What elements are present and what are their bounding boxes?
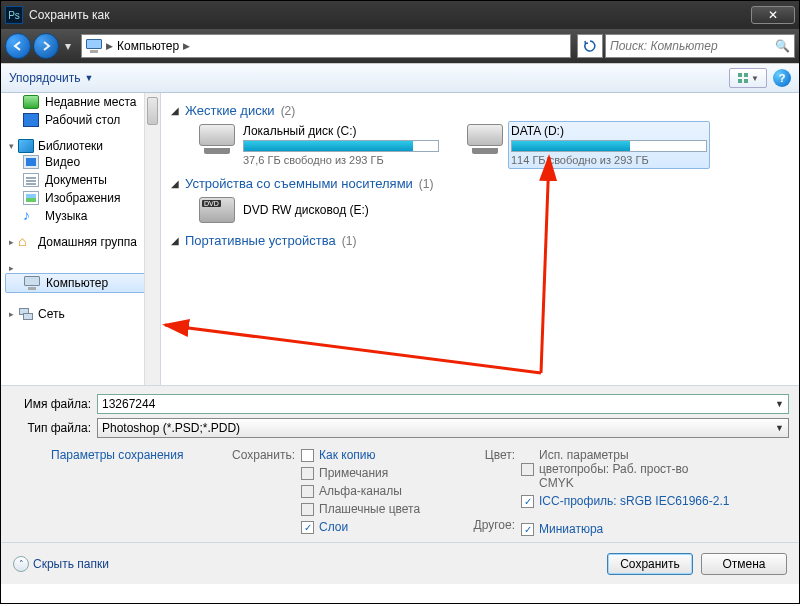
computer-icon	[24, 276, 40, 290]
close-button[interactable]: ✕	[751, 6, 795, 24]
sidebar-label: Музыка	[45, 209, 87, 223]
network-icon	[18, 307, 34, 321]
view-options-button[interactable]: ▼	[729, 68, 767, 88]
sidebar-item-recent[interactable]: Недавние места	[1, 93, 160, 111]
arrow-right-icon	[40, 40, 52, 52]
sidebar-item-computer[interactable]: Компьютер	[5, 273, 156, 293]
drive-free-text: 114 ГБ свободно из 293 ГБ	[511, 154, 707, 166]
dvd-drive-icon	[199, 197, 235, 223]
toolbar: Упорядочить ▼ ▼ ?	[1, 63, 799, 93]
checkbox-spot-colors[interactable]: Плашечные цвета	[301, 502, 461, 516]
filetype-value: Photoshop (*.PSD;*.PDD)	[102, 421, 240, 435]
save-as-dialog: Ps Сохранить как ✕ ▾ ▶ Компьютер ▶ 🔍 Упо…	[0, 0, 800, 604]
checkbox-cmyk-proof[interactable]: Исп. параметры цветопробы: Раб. прост-во…	[521, 448, 789, 490]
cancel-button[interactable]: Отмена	[701, 553, 787, 575]
checkbox-thumbnail[interactable]: ✓Миниатюра	[521, 522, 789, 536]
chevron-up-icon: ˄	[13, 556, 29, 572]
svg-rect-2	[738, 79, 742, 83]
sidebar-label: Видео	[45, 155, 80, 169]
sidebar-scrollbar[interactable]	[144, 93, 160, 385]
nav-tree: Недавние места Рабочий стол ▾ Библиотеки…	[1, 93, 161, 385]
expand-icon: ▸	[9, 237, 14, 247]
body: Недавние места Рабочий стол ▾ Библиотеки…	[1, 93, 799, 385]
checkbox-notes[interactable]: Примечания	[301, 466, 461, 480]
save-group-label: Сохранить:	[211, 448, 295, 462]
group-header-hdd[interactable]: ◢ Жесткие диски (2)	[171, 103, 789, 118]
group-header-removable[interactable]: ◢ Устройства со съемными носителями (1)	[171, 176, 789, 191]
drive-name: DVD RW дисковод (E:)	[243, 203, 369, 217]
chevron-down-icon: ▼	[84, 73, 93, 83]
expand-icon: ▸	[9, 263, 14, 273]
recent-places-icon	[23, 95, 39, 109]
drive-usage-bar	[243, 140, 439, 152]
sidebar-group-computer: ▸	[1, 263, 160, 273]
other-group-label: Другое:	[461, 518, 515, 532]
group-header-portable[interactable]: ◢ Портативные устройства (1)	[171, 233, 789, 248]
checkbox-alpha[interactable]: Альфа-каналы	[301, 484, 461, 498]
sidebar-item-images[interactable]: Изображения	[1, 189, 160, 207]
hide-folders-toggle[interactable]: ˄ Скрыть папки	[13, 556, 109, 572]
desktop-icon	[23, 113, 39, 127]
sidebar-item-documents[interactable]: Документы	[1, 171, 160, 189]
sidebar-item-desktop[interactable]: Рабочий стол	[1, 111, 160, 129]
chevron-right-icon: ▶	[183, 41, 190, 51]
file-list-pane: ◢ Жесткие диски (2) Локальный диск (C:) …	[161, 93, 799, 385]
sidebar-label: Документы	[45, 173, 107, 187]
group-count: (2)	[281, 104, 296, 118]
help-button[interactable]: ?	[773, 69, 791, 87]
homegroup-icon: ⌂	[18, 235, 34, 249]
checkbox-layers[interactable]: ✓Слои	[301, 520, 461, 534]
address-bar[interactable]: ▶ Компьютер ▶	[81, 34, 571, 58]
drive-d[interactable]: DATA (D:) 114 ГБ свободно из 293 ГБ	[467, 124, 707, 166]
nav-history-dropdown[interactable]: ▾	[61, 39, 75, 53]
arrow-left-icon	[12, 40, 24, 52]
expand-icon: ▾	[9, 141, 14, 151]
save-button[interactable]: Сохранить	[607, 553, 693, 575]
filetype-combo[interactable]: Photoshop (*.PSD;*.PDD) ▼	[97, 418, 789, 438]
breadcrumb-computer[interactable]: Компьютер	[117, 39, 179, 53]
sidebar-label: Сеть	[38, 307, 65, 321]
forward-button[interactable]	[33, 33, 59, 59]
view-icon	[737, 72, 749, 84]
checkbox-as-copy[interactable]: Как копию	[301, 448, 461, 462]
videos-icon	[23, 155, 39, 169]
music-icon: ♪	[23, 209, 39, 223]
hdd-icon	[199, 124, 235, 154]
checkbox-icc-profile[interactable]: ✓ICC-профиль: sRGB IEC61966-2.1	[521, 494, 789, 508]
scrollbar-thumb[interactable]	[147, 97, 158, 125]
drive-c[interactable]: Локальный диск (C:) 37,6 ГБ свободно из …	[199, 124, 439, 166]
color-group-label: Цвет:	[461, 448, 515, 462]
sidebar-group-homegroup[interactable]: ▸ ⌂ Домашняя группа	[1, 235, 160, 249]
drive-usage-bar	[511, 140, 707, 152]
chevron-down-icon[interactable]: ▼	[775, 399, 784, 409]
filename-input[interactable]: 13267244 ▼	[97, 394, 789, 414]
refresh-icon	[583, 39, 597, 53]
sidebar-item-music[interactable]: ♪ Музыка	[1, 207, 160, 225]
sidebar-group-network[interactable]: ▸ Сеть	[1, 307, 160, 321]
group-label: Портативные устройства	[185, 233, 336, 248]
back-button[interactable]	[5, 33, 31, 59]
sidebar-label: Изображения	[45, 191, 120, 205]
hide-folders-label: Скрыть папки	[33, 557, 109, 571]
chevron-down-icon: ▼	[775, 423, 784, 433]
refresh-button[interactable]	[577, 34, 603, 58]
organize-menu[interactable]: Упорядочить ▼	[9, 71, 93, 85]
svg-rect-1	[744, 73, 748, 77]
sidebar-item-videos[interactable]: Видео	[1, 153, 160, 171]
libraries-icon	[18, 139, 34, 153]
window-title: Сохранить как	[29, 8, 751, 22]
save-parameters-link[interactable]: Параметры сохранения	[51, 448, 211, 462]
organize-label: Упорядочить	[9, 71, 80, 85]
collapse-icon: ◢	[171, 235, 179, 246]
nav-bar: ▾ ▶ Компьютер ▶ 🔍	[1, 29, 799, 63]
sidebar-label: Недавние места	[45, 95, 136, 109]
search-box[interactable]: 🔍	[605, 34, 795, 58]
search-input[interactable]	[610, 39, 775, 53]
sidebar-group-libraries[interactable]: ▾ Библиотеки	[1, 139, 160, 153]
drive-dvd[interactable]: DVD RW дисковод (E:)	[199, 197, 789, 223]
dialog-footer: ˄ Скрыть папки Сохранить Отмена	[1, 542, 799, 584]
group-count: (1)	[419, 177, 434, 191]
collapse-icon: ◢	[171, 105, 179, 116]
collapse-icon: ◢	[171, 178, 179, 189]
pictures-icon	[23, 191, 39, 205]
